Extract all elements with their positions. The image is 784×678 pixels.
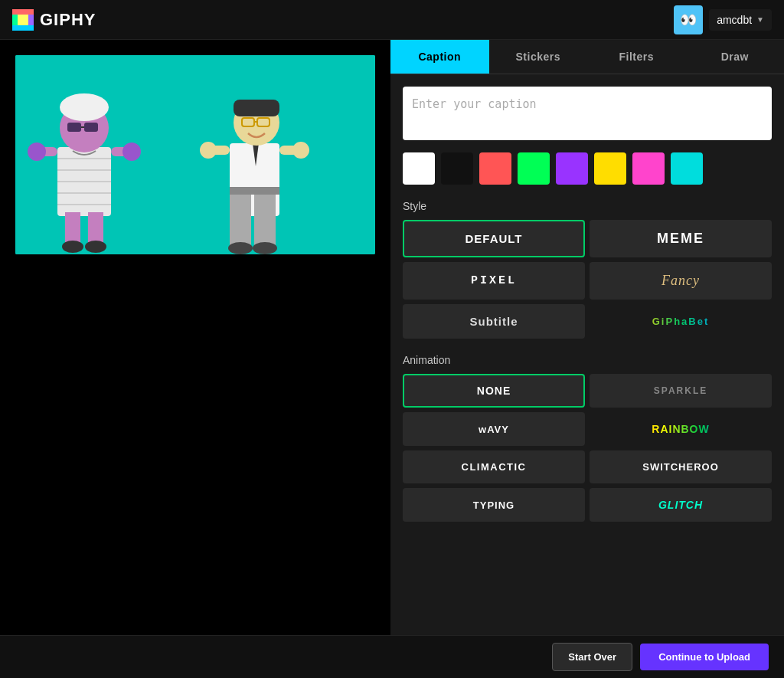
anim-btn-sparkle[interactable]: SPARKLE [590,374,772,408]
style-btn-subtitle[interactable]: Subtitle [403,304,585,339]
color-swatches [403,152,772,185]
svg-rect-15 [84,123,98,132]
style-grid: DEFAULT MEME PIXEL Fancy Subtitle GiPhaB… [403,220,772,339]
svg-point-35 [292,142,309,159]
user-menu-button[interactable]: amcdbt ▼ [709,9,772,31]
svg-rect-2 [28,15,34,25]
chevron-down-icon: ▼ [756,15,764,24]
start-over-button[interactable]: Start Over [552,643,632,671]
avatar-icon: 👀 [680,11,697,28]
anim-btn-switcheroo[interactable]: SWITCHEROO [590,450,772,483]
svg-rect-36 [230,187,279,195]
tab-stickers[interactable]: Stickers [489,40,588,74]
tab-draw[interactable]: Draw [686,40,785,74]
style-btn-default[interactable]: DEFAULT [403,220,585,257]
left-panel [0,40,390,635]
color-swatch-pink[interactable] [632,152,665,185]
header: GIPHY 👀 amcdbt ▼ [0,0,784,40]
animation-grid: NONE SPARKLE wAVY RAINBOW CLIMACTIC SWIT… [403,374,772,522]
svg-point-13 [60,93,109,121]
color-swatch-white[interactable] [403,152,435,185]
gif-preview [15,55,375,254]
style-btn-meme[interactable]: MEME [590,220,772,257]
logo-area: GIPHY [12,9,96,31]
username-label: amcdbt [717,14,752,26]
svg-point-24 [85,241,106,253]
anim-btn-rainbow[interactable]: RAINBOW [590,412,772,446]
main-content: Caption Stickers Filters Draw [0,40,784,635]
svg-rect-38 [254,195,276,247]
header-right: 👀 amcdbt ▼ [674,5,772,34]
gif-scene [15,55,375,254]
logo-text: GIPHY [40,10,96,30]
color-swatch-purple[interactable] [556,152,588,185]
svg-point-23 [62,241,83,253]
svg-rect-14 [67,123,81,132]
svg-point-19 [28,142,46,161]
anim-btn-glitch[interactable]: GLITCH [590,488,772,522]
anim-btn-typing[interactable]: TYPING [403,488,585,522]
tabs-bar: Caption Stickers Filters Draw [390,40,784,74]
tab-filters[interactable]: Filters [587,40,686,74]
svg-point-20 [122,142,141,161]
avatar: 👀 [674,5,703,34]
color-swatch-black[interactable] [441,152,473,185]
giphy-logo-icon [12,9,34,31]
svg-rect-4 [18,15,28,25]
animation-label: Animation [403,354,772,366]
svg-point-39 [228,242,253,254]
style-label: Style [403,200,772,212]
svg-point-40 [253,242,277,254]
footer: Start Over Continue to Upload [0,635,784,678]
svg-point-34 [200,142,217,159]
style-btn-pixel[interactable]: PIXEL [403,262,585,300]
anim-btn-climactic[interactable]: CLIMACTIC [403,450,585,483]
color-swatch-yellow[interactable] [594,152,626,185]
style-btn-giphabet[interactable]: GiPhaBet [590,304,772,339]
continue-to-upload-button[interactable]: Continue to Upload [640,644,769,670]
svg-rect-31 [234,100,279,116]
anim-btn-wavy[interactable]: wAVY [403,412,585,446]
tab-caption[interactable]: Caption [390,40,489,74]
svg-rect-37 [230,195,251,247]
style-btn-fancy[interactable]: Fancy [590,262,772,300]
caption-panel: Style DEFAULT MEME PIXEL Fancy Subtitle [390,74,784,546]
color-swatch-green[interactable] [518,152,550,185]
color-swatch-red[interactable] [479,152,511,185]
right-panel: Caption Stickers Filters Draw [390,40,784,635]
caption-input[interactable] [403,87,772,140]
svg-rect-3 [12,25,34,31]
anim-btn-none[interactable]: NONE [403,374,585,408]
color-swatch-cyan[interactable] [671,152,703,185]
svg-rect-1 [12,9,34,15]
